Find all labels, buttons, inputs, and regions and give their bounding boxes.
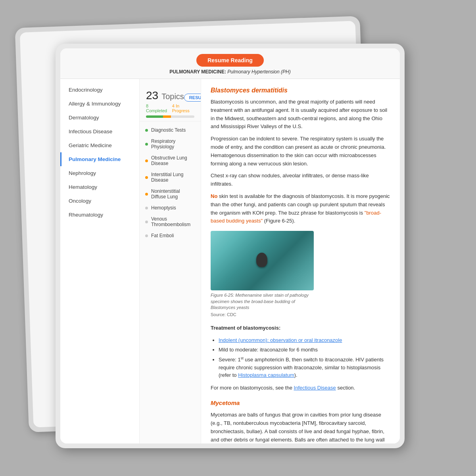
current-reading-info: PULMONARY MEDICINE: Pulmonary Hypertensi… — [68, 69, 392, 75]
article-body: Blastomycosis is uncommon, and the great… — [211, 98, 390, 443]
progress-bar — [146, 115, 194, 118]
sidebar-item-allergy[interactable]: Allergy & Immunology — [60, 97, 139, 111]
topic-status-dot — [145, 221, 148, 223]
see-more-text: For more on blastomycosis, see the — [211, 385, 292, 391]
treatment-item-3: Severe: 1st use amphotericin B, then swi… — [219, 356, 390, 379]
sidebar-item-geriatric[interactable]: Geriatric Medicine — [60, 138, 139, 152]
article-para-3: Chest x-ray can show nodules, alveolar i… — [211, 172, 390, 188]
topic-status-dot — [145, 129, 148, 132]
reading-panel[interactable]: Blastomyces dermatitidis Blastomycosis i… — [201, 79, 400, 443]
topic-label: Obstructive Lung Disease — [151, 155, 195, 166]
topic-label: Respiratory Physiology — [151, 138, 195, 150]
topic-status-dot — [145, 159, 148, 162]
main-area: Endocrinology Allergy & Immunology Derma… — [60, 79, 400, 443]
sidebar-item-rheumatology[interactable]: Rheumatology — [60, 208, 139, 222]
topic-item-fat[interactable]: Fat Emboli — [140, 230, 201, 241]
topics-header: 23 Topics RESUME 8 Completed 4 In Progre… — [140, 83, 201, 121]
treatment-title: Treatment of blastomycosis: — [211, 324, 390, 332]
quote-highlight: "broad-based budding yeasts" — [211, 210, 381, 224]
resume-section-button[interactable]: RESUME — [184, 94, 201, 102]
histoplasma-link[interactable]: Histoplasma capsulatum — [238, 372, 294, 378]
itraconazole-link-1[interactable]: Indolent (uncommon): observation or oral… — [219, 337, 342, 343]
in-progress-count: 4 In Progress — [172, 104, 194, 113]
sidebar: Endocrinology Allergy & Immunology Derma… — [60, 79, 140, 443]
topic-item-interstitial[interactable]: Interstitial Lung Disease — [140, 169, 201, 186]
topic-status-dot — [145, 176, 148, 179]
sidebar-item-oncology[interactable]: Oncology — [60, 194, 139, 208]
figure-caption: Figure 6-25: Methenamine silver stain of… — [211, 292, 314, 311]
progress-labels: 8 Completed 4 In Progress — [146, 104, 194, 113]
topic-label: Interstitial Lung Disease — [151, 172, 195, 183]
topic-label: Diagnostic Tests — [151, 127, 186, 133]
tablet-front: Resume Reading PULMONARY MEDICINE: Pulmo… — [56, 44, 405, 448]
treatment-item-2: Mild to moderate: itraconazole for 6 mon… — [219, 346, 390, 354]
no-highlight: No — [211, 193, 217, 199]
topic-item-obstructive[interactable]: Obstructive Lung Disease — [140, 152, 201, 169]
completed-count: 8 Completed — [146, 104, 167, 113]
bar-completed — [146, 115, 163, 118]
topic-label: Fat Emboli — [151, 233, 174, 238]
topic-status-dot — [145, 234, 148, 237]
section-title: 23 Topics — [146, 89, 184, 102]
topic-item-noninterstitial[interactable]: Noninterstitial Diffuse Lung — [140, 186, 201, 202]
bar-notstarted — [171, 115, 194, 118]
topic-count: 23 — [146, 89, 158, 102]
topic-item-respiratory[interactable]: Respiratory Physiology — [140, 136, 201, 152]
mycetoma-title: Mycetoma — [211, 398, 390, 408]
current-reading-topic: Pulmonary Hypertension (PH) — [227, 69, 290, 75]
sidebar-item-pulmonary[interactable]: Pulmonary Medicine — [60, 152, 139, 166]
topic-item-venous[interactable]: Venous Thromboembolism — [140, 213, 201, 230]
article-para-2: Progression can be indolent to severe. T… — [211, 135, 390, 168]
topic-label: Noninterstitial Diffuse Lung — [151, 188, 195, 200]
top-bar: Resume Reading PULMONARY MEDICINE: Pulmo… — [60, 48, 400, 79]
sidebar-item-nephrology[interactable]: Nephrology — [60, 166, 139, 180]
topic-list: Diagnostic Tests Respiratory Physiology … — [140, 121, 201, 244]
mycetoma-para-1: Mycetomas are balls of fungus that grow … — [211, 411, 390, 443]
see-more-suffix: section. — [337, 385, 355, 391]
sidebar-item-hematology[interactable]: Hematology — [60, 180, 139, 194]
topic-label: Hemoptysis — [151, 205, 176, 211]
sidebar-item-infectious[interactable]: Infectious Disease — [60, 125, 139, 138]
topic-item-hemoptysis[interactable]: Hemoptysis — [140, 202, 201, 213]
tablet-screen: Resume Reading PULMONARY MEDICINE: Pulmo… — [60, 48, 400, 443]
topic-label: Venous Thromboembolism — [151, 216, 195, 227]
figure-box: Figure 6-25: Methenamine silver stain of… — [211, 231, 314, 319]
figure-source: Source: CDC — [211, 311, 314, 319]
infectious-disease-link[interactable]: Infectious Disease — [294, 385, 336, 391]
current-reading-subject: PULMONARY MEDICINE: — [169, 69, 226, 75]
topic-item-diagnostic[interactable]: Diagnostic Tests — [140, 125, 201, 136]
topic-status-dot — [145, 143, 148, 146]
topic-status-dot — [145, 193, 148, 196]
see-more-para: For more on blastomycosis, see the Infec… — [211, 384, 390, 392]
topics-label: Topics — [161, 92, 184, 101]
figure-image — [211, 231, 314, 290]
sidebar-item-endocrinology[interactable]: Endocrinology — [60, 83, 139, 97]
topics-panel: 23 Topics RESUME 8 Completed 4 In Progre… — [140, 79, 201, 443]
sidebar-item-dermatology[interactable]: Dermatology — [60, 111, 139, 125]
treatment-list: Indolent (uncommon): observation or oral… — [211, 336, 390, 379]
topic-status-dot — [145, 207, 148, 209]
bar-inprogress — [163, 115, 171, 118]
resume-reading-button[interactable]: Resume Reading — [196, 54, 264, 67]
article-para-1: Blastomycosis is uncommon, and the great… — [211, 98, 390, 131]
treatment-item-1: Indolent (uncommon): observation or oral… — [219, 336, 390, 344]
article-title: Blastomyces dermatitidis — [211, 87, 390, 94]
article-para-4: No skin test is available for the diagno… — [211, 192, 390, 225]
